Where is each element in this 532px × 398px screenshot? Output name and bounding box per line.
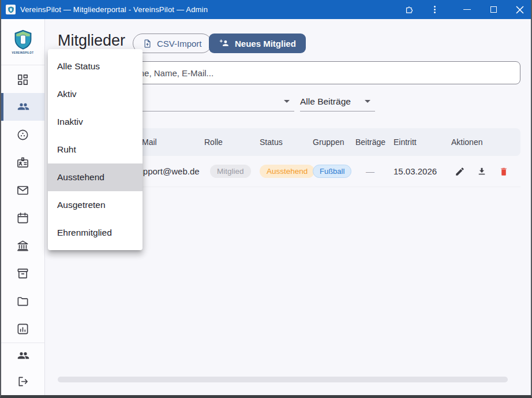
menu-item-ausstehend[interactable]: Ausstehend	[48, 163, 143, 191]
logout-icon	[16, 375, 29, 388]
bank-icon	[16, 239, 29, 252]
download-button[interactable]	[477, 166, 487, 177]
sidebar-item-mail[interactable]	[1, 176, 44, 204]
status-badge: Ausstehend	[260, 165, 314, 178]
sports-ball-icon	[16, 128, 29, 142]
role-badge: Mitglied	[210, 165, 251, 178]
cell-groups: Fußball	[313, 165, 355, 178]
dashboard-icon	[16, 73, 29, 86]
admin-users-icon	[16, 349, 30, 363]
horizontal-scrollbar[interactable]	[58, 377, 508, 382]
sidebar-item-calendar[interactable]	[1, 204, 44, 232]
edit-button[interactable]	[455, 166, 465, 177]
bar-chart-icon	[16, 322, 29, 336]
cell-actions	[451, 166, 520, 177]
menu-item-ausgetreten[interactable]: Ausgetreten	[48, 191, 143, 219]
column-header-joined: Eintritt	[394, 137, 451, 147]
column-header-fees: Beiträge	[355, 137, 394, 147]
fees-filter-select[interactable]: Alle Beiträge	[300, 92, 375, 111]
trash-icon	[499, 166, 509, 177]
new-member-button[interactable]: Neues Mitglied	[209, 34, 306, 53]
cell-fees: —	[355, 166, 394, 176]
csv-import-label: CSV-Import	[157, 39, 202, 49]
titlebar-controls	[400, 0, 531, 19]
app-window: VereinsPilot — Mitgliederportal - Verein…	[0, 0, 532, 398]
folder-icon	[16, 295, 29, 308]
sidebar-item-dashboard[interactable]	[1, 65, 44, 93]
menu-item-ehrenmitglied[interactable]: Ehrenmitglied	[48, 219, 143, 247]
page-title: Mitglieder	[58, 32, 125, 50]
sidebar-nav	[1, 65, 44, 343]
sidebar: VEREINSPILOT	[1, 19, 45, 395]
group-badge: Fußball	[313, 165, 351, 178]
new-member-label: Neues Mitglied	[235, 39, 296, 49]
fees-filter-value: Alle Beiträge	[300, 96, 351, 107]
menu-item-inaktiv[interactable]: Inaktiv	[48, 108, 143, 136]
mail-icon	[16, 184, 29, 197]
chevron-down-icon	[284, 100, 290, 103]
maximize-button[interactable]	[485, 0, 502, 19]
archive-icon	[16, 267, 29, 280]
club-logo-caption: VEREINSPILOT	[12, 51, 34, 54]
sidebar-item-documents[interactable]	[1, 287, 44, 315]
sidebar-item-archive[interactable]	[1, 259, 44, 287]
column-header-email: E-Mail	[134, 137, 204, 147]
status-dropdown-menu: Alle Status Aktiv Inaktiv Ruht Ausstehen…	[48, 49, 143, 250]
sidebar-bottom-nav	[1, 343, 44, 394]
window-title: VereinsPilot — Mitgliederportal - Verein…	[20, 5, 208, 14]
extensions-icon[interactable]	[400, 0, 418, 19]
edit-pencil-icon	[455, 166, 465, 177]
browser-menu-icon[interactable]	[426, 0, 443, 19]
sidebar-item-members[interactable]	[1, 93, 44, 121]
menu-item-ruht[interactable]: Ruht	[48, 136, 143, 163]
column-header-actions: Aktionen	[451, 137, 520, 147]
titlebar: VereinsPilot — Mitgliederportal - Verein…	[1, 0, 531, 19]
calendar-icon	[16, 211, 29, 225]
membership-card-icon	[16, 156, 29, 169]
chevron-down-icon	[365, 100, 370, 103]
close-button[interactable]	[511, 0, 529, 19]
club-logo: VEREINSPILOT	[1, 19, 44, 65]
person-add-icon	[219, 38, 230, 49]
upload-file-icon	[143, 39, 152, 49]
cell-joined: 15.03.2026	[394, 166, 451, 176]
minimize-button[interactable]	[458, 0, 475, 19]
club-shield-logo-icon	[12, 29, 34, 50]
cell-role: Mitglied	[204, 165, 260, 178]
sidebar-item-reports[interactable]	[1, 315, 44, 343]
cell-email: support@web.de	[134, 166, 204, 176]
cell-status: Ausstehend	[260, 165, 313, 178]
delete-button[interactable]	[499, 166, 509, 177]
csv-import-button[interactable]: CSV-Import	[133, 34, 212, 53]
app-icon	[6, 5, 16, 14]
menu-item-aktiv[interactable]: Aktiv	[48, 80, 143, 108]
sidebar-item-finance[interactable]	[1, 232, 44, 259]
app-shield-icon	[8, 6, 14, 13]
column-header-role: Rolle	[204, 137, 260, 147]
download-icon	[477, 166, 487, 177]
column-header-groups: Gruppen	[313, 137, 355, 147]
members-icon	[16, 100, 30, 114]
column-header-status: Status	[260, 137, 313, 147]
menu-item-alle-status[interactable]: Alle Status	[48, 53, 143, 80]
sidebar-item-membership-card[interactable]	[1, 148, 44, 176]
sidebar-item-sports[interactable]	[1, 121, 44, 148]
sidebar-item-logout[interactable]	[1, 369, 44, 394]
sidebar-item-admin-users[interactable]	[1, 343, 44, 369]
